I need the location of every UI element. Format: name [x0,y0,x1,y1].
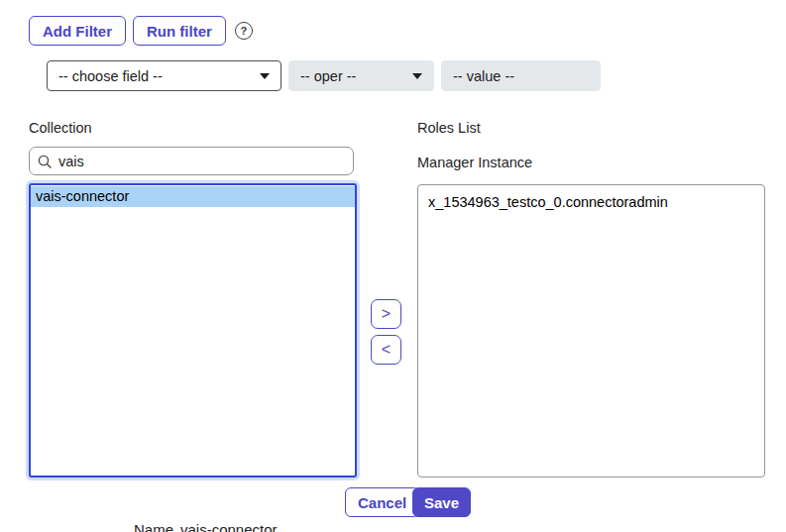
cancel-button[interactable]: Cancel [345,487,419,517]
name-label: Name [134,521,173,532]
collection-label: Collection [29,120,92,136]
run-filter-button[interactable]: Run filter [133,16,226,46]
collection-listbox[interactable]: vais-connector [29,183,357,478]
value-field-text: -- value -- [453,68,514,84]
collection-search [29,147,354,175]
field-dropdown[interactable]: -- choose field -- [47,60,281,91]
value-field[interactable]: -- value -- [441,60,601,91]
filter-toolbar: Add Filter Run filter ? [29,16,253,46]
chevron-down-icon [260,73,270,79]
move-right-button[interactable]: > [371,299,401,329]
roles-list-item[interactable]: x_1534963_testco_0.connectoradmin [428,192,754,212]
operator-dropdown[interactable]: -- oper -- [288,60,434,91]
chevron-down-icon [412,73,422,79]
save-button[interactable]: Save [412,487,471,517]
roles-listbox[interactable]: x_1534963_testco_0.connectoradmin [417,184,765,478]
add-filter-button[interactable]: Add Filter [29,16,126,46]
search-icon [38,155,52,168]
role-assignment-dialog: Add Filter Run filter ? -- choose field … [0,0,786,532]
transfer-controls: > < [371,299,401,365]
move-left-button[interactable]: < [371,335,401,365]
collection-list-item[interactable]: vais-connector [31,186,355,207]
manager-instance-label: Manager Instance [417,155,532,170]
operator-dropdown-value: -- oper -- [300,68,356,84]
name-value: vais-connector [180,521,278,532]
roles-list-label: Roles List [417,120,481,136]
filter-condition-row: -- choose field -- -- oper -- -- value -… [47,60,601,91]
help-icon[interactable]: ? [235,22,253,40]
record-name-row: Name vais-connector [134,521,278,532]
collection-search-input[interactable] [58,154,345,169]
field-dropdown-value: -- choose field -- [58,68,163,84]
